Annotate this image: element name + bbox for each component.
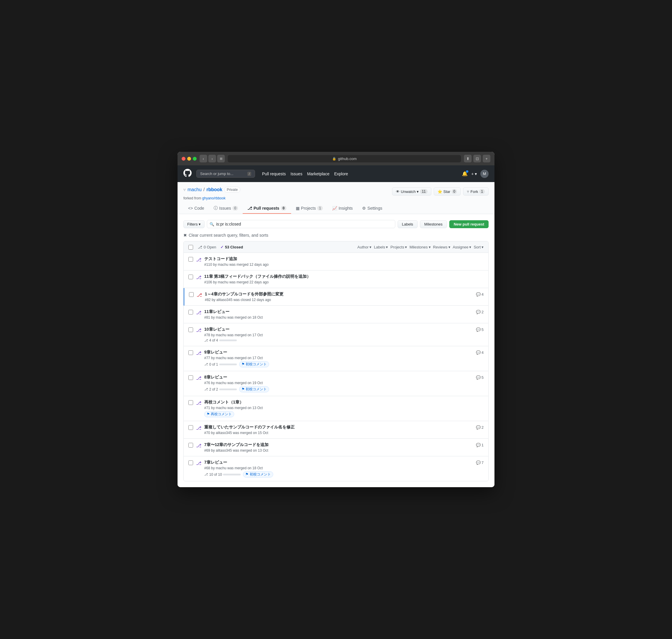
- projects-filter-button[interactable]: Projects ▾: [390, 245, 407, 249]
- minimize-button[interactable]: [187, 157, 191, 161]
- assignee-filter-button[interactable]: Assignee ▾: [453, 245, 471, 249]
- milestones-chevron-icon: ▾: [429, 245, 431, 249]
- nav-code[interactable]: <> Code: [183, 203, 209, 214]
- progress-bar-bg: [219, 363, 237, 365]
- sort-filter-button[interactable]: Sort ▾: [474, 245, 484, 249]
- browser-actions: ⬆ ⊡ +: [464, 155, 490, 162]
- header-actions: 🔔 + ▾ M: [462, 170, 489, 178]
- pr-title[interactable]: 7章〜12章のサンプルコードを追加: [204, 442, 269, 448]
- browser-chrome: ‹ › ⊞ 🔒 github.com ⬆ ⊡ +: [178, 152, 494, 165]
- repo-name-link[interactable]: rbbook: [206, 187, 222, 192]
- pr-comment-count[interactable]: 💬 4: [476, 292, 484, 297]
- pr-checkbox[interactable]: [188, 327, 193, 332]
- fork-button[interactable]: ⑂ Fork 1: [463, 187, 489, 196]
- review-icon: ⎇: [204, 339, 208, 342]
- search-slash: /: [247, 172, 251, 176]
- nav-explore[interactable]: Explore: [334, 171, 348, 176]
- pr-content: 7章レビュー #68 by machu was merged on 18 Oct…: [204, 460, 473, 478]
- maximize-button[interactable]: [193, 157, 197, 161]
- pr-content: 11章 第3稿フィードバック（ファイル操作の説明を追加） #106 by mac…: [204, 274, 484, 284]
- pr-label[interactable]: ⚑ 再校コメント: [204, 411, 234, 417]
- pr-title[interactable]: 9章レビュー: [204, 350, 227, 355]
- comment-icon: 💬: [476, 443, 481, 447]
- tab-button[interactable]: ⊞: [217, 155, 225, 162]
- repo-owner-link[interactable]: machu: [188, 187, 202, 192]
- new-tab-button[interactable]: +: [483, 155, 490, 162]
- select-all-checkbox[interactable]: [188, 245, 193, 250]
- share-button[interactable]: ⬆: [464, 155, 471, 162]
- review-progress: ⎇ 4 of 4: [204, 338, 237, 342]
- milestones-filter-button[interactable]: Milestones ▾: [410, 245, 431, 249]
- filters-button[interactable]: Filters ▾: [183, 220, 205, 228]
- author-filter-button[interactable]: Author ▾: [357, 245, 371, 249]
- pr-checkbox[interactable]: [188, 275, 193, 279]
- forward-button[interactable]: ›: [208, 155, 216, 162]
- pr-meta: #110 by machu was merged 12 days ago: [204, 263, 484, 267]
- github-logo[interactable]: [183, 169, 192, 178]
- search-input[interactable]: [207, 220, 395, 228]
- pr-label[interactable]: ⚑ 初校コメント: [239, 361, 269, 368]
- reviews-filter-button[interactable]: Reviews ▾: [433, 245, 450, 249]
- notification-dot: [466, 170, 468, 173]
- pr-title[interactable]: 7章レビュー: [204, 460, 227, 465]
- reader-button[interactable]: ⊡: [473, 155, 481, 162]
- pr-comment-count[interactable]: 💬 2: [476, 425, 484, 430]
- pr-checkbox[interactable]: [188, 461, 193, 465]
- nav-settings[interactable]: ⚙ Settings: [357, 203, 387, 214]
- search-placeholder: Search or jump to...: [200, 171, 233, 176]
- pr-meta: #77 by machu was merged on 17 Oct: [204, 356, 473, 360]
- pr-title[interactable]: 11章 第3稿フィードバック（ファイル操作の説明を追加）: [204, 274, 311, 279]
- new-item-button[interactable]: + ▾: [471, 171, 477, 176]
- pr-checkbox[interactable]: [188, 400, 193, 405]
- pr-title[interactable]: 8章レビュー: [204, 375, 227, 380]
- pr-checkbox[interactable]: [188, 310, 193, 314]
- nav-insights[interactable]: 📈 Insights: [327, 203, 357, 214]
- nav-projects[interactable]: ▦ Projects 1: [291, 203, 327, 214]
- pr-comment-count[interactable]: 💬 5: [476, 327, 484, 332]
- pr-comment-count[interactable]: 💬 7: [476, 461, 484, 465]
- address-bar[interactable]: 🔒 github.com: [228, 155, 461, 162]
- milestones-button[interactable]: Milestones: [420, 220, 447, 228]
- pr-title[interactable]: テストコード追加: [204, 256, 237, 262]
- pr-title[interactable]: 10章レビュー: [204, 327, 229, 332]
- pr-checkbox[interactable]: [188, 257, 193, 262]
- pr-title[interactable]: 11章レビュー: [204, 309, 229, 314]
- clear-filter[interactable]: ✖ Clear current search query, filters, a…: [183, 233, 489, 237]
- pr-label[interactable]: ⚑ 初校コメント: [239, 386, 269, 392]
- pr-checkbox[interactable]: [188, 425, 193, 430]
- nav-issues[interactable]: Issues: [290, 171, 302, 176]
- user-avatar[interactable]: M: [480, 170, 489, 178]
- close-button[interactable]: [182, 157, 186, 161]
- pr-comment-count[interactable]: 💬 2: [476, 310, 484, 314]
- search-bar[interactable]: Search or jump to... /: [196, 170, 255, 178]
- labels-filter-button[interactable]: Labels ▾: [374, 245, 388, 249]
- pr-comment-count[interactable]: 💬 1: [476, 443, 484, 447]
- pr-title[interactable]: 重複していたサンプルコードのファイル名を修正: [204, 425, 294, 430]
- back-button[interactable]: ‹: [199, 155, 207, 162]
- pr-title[interactable]: 再校コメント（1章）: [204, 400, 243, 405]
- forked-from-link[interactable]: ghyano/rbbook: [202, 196, 225, 200]
- pr-status-icon: ⎇: [196, 350, 201, 356]
- nav-pull-requests[interactable]: ⎇ Pull requests 0: [243, 203, 291, 214]
- pr-checkbox[interactable]: [188, 375, 193, 380]
- pr-checkbox[interactable]: [189, 292, 194, 297]
- pr-comment-count[interactable]: 💬 5: [476, 375, 484, 380]
- pr-checkbox[interactable]: [188, 443, 193, 448]
- closed-status-tab[interactable]: ✓ 53 Closed: [220, 245, 243, 249]
- labels-button[interactable]: Labels: [398, 220, 418, 228]
- nav-marketplace[interactable]: Marketplace: [307, 171, 329, 176]
- pr-meta: #70 by alitaso345 was merged on 15 Oct: [204, 431, 473, 435]
- open-status-tab[interactable]: ⎇ 0 Open: [198, 245, 216, 249]
- nav-pull-requests[interactable]: Pull requests: [262, 171, 286, 176]
- pr-meta-extras: ⎇ 4 of 4: [204, 338, 473, 342]
- nav-issues[interactable]: ⓘ Issues 0: [209, 203, 243, 214]
- pr-title[interactable]: 1～4章のサンプルコードを外部参照に変更: [205, 292, 284, 297]
- pr-label[interactable]: ⚑ 初校コメント: [243, 471, 273, 478]
- notifications-bell[interactable]: 🔔: [462, 171, 468, 176]
- star-button[interactable]: ⭐ Star 0: [434, 187, 461, 196]
- new-pull-request-button[interactable]: New pull request: [449, 220, 489, 228]
- pr-checkbox[interactable]: [188, 350, 193, 355]
- chevron-down-icon: ▾: [199, 222, 201, 227]
- unwatch-button[interactable]: 👁 Unwatch ▾ 11: [392, 187, 431, 196]
- pr-comment-count[interactable]: 💬 4: [476, 350, 484, 355]
